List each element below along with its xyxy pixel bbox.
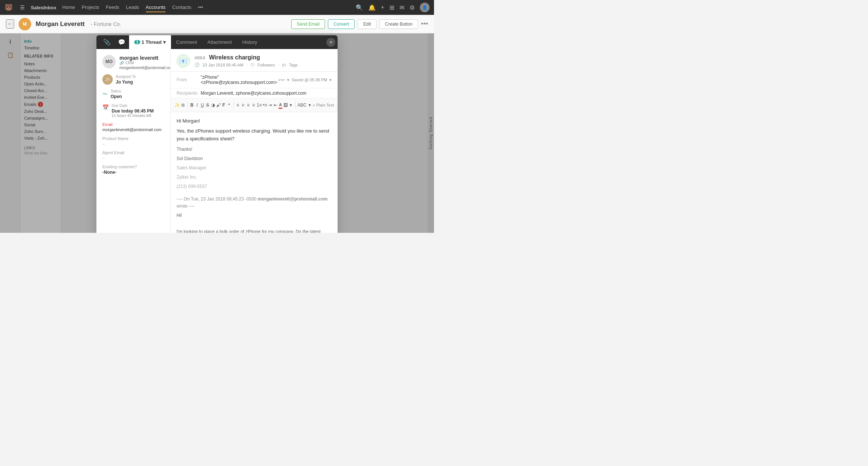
email-header-actions: ↩↩ ▾ Saved @ 05:38 PM ▾ xyxy=(278,78,332,82)
body-line-1: Hi Morgan! xyxy=(177,117,332,125)
settings-icon[interactable]: ⚙ xyxy=(410,4,415,11)
product-name-section: Product Name – xyxy=(102,136,164,146)
send-email-button[interactable]: Send Email xyxy=(291,19,325,29)
ticket-date: 23 Jan 2018 06:45 AM xyxy=(203,63,243,67)
nav-leads[interactable]: Leads xyxy=(126,3,139,12)
ticket-meta: 🕐 23 Jan 2018 06:45 AM · 🛡 Followers · 🏷… xyxy=(194,62,332,67)
toolbar-italic[interactable]: I xyxy=(195,101,199,110)
convert-button[interactable]: Convert xyxy=(328,19,355,29)
saved-dropdown[interactable]: ▾ xyxy=(329,78,332,82)
toolbar-copy[interactable]: ⧉ xyxy=(181,101,185,110)
brand-name: SalesInbox xyxy=(31,5,56,10)
user-avatar[interactable]: 👤 xyxy=(420,3,430,12)
toolbar-indent[interactable]: ⇥ xyxy=(268,101,272,110)
toolbar-align-right[interactable]: ≡ xyxy=(246,101,250,110)
sig-line-5: (213) 699-5537 xyxy=(177,183,332,190)
toolbar-magic[interactable]: ✨ xyxy=(174,101,180,110)
ticket-info: #864 Wireless charging 🕐 23 Jan 2018 06:… xyxy=(194,54,332,67)
search-icon[interactable]: 🔍 xyxy=(356,4,363,11)
email-field-value: morganleverett@protonmail.com xyxy=(102,127,164,132)
tab-history[interactable]: History xyxy=(237,35,262,49)
from-label: From xyxy=(177,77,201,82)
edit-button[interactable]: Edit xyxy=(358,19,377,29)
existing-customer-label: Existing customer? xyxy=(102,164,164,169)
modal-overlay: 📎 💬 1 1 Thread ▾ Comment Attachment Hist… xyxy=(0,33,434,233)
toolbar-align-center[interactable]: ≡ xyxy=(241,101,245,110)
toolbar-strikethrough[interactable]: S xyxy=(206,101,210,110)
toolbar-justify[interactable]: ≡ xyxy=(251,101,256,110)
email-panel: 📧 #864 Wireless charging 🕐 23 Jan 2018 0… xyxy=(171,49,338,233)
nav-contacts[interactable]: Contacts xyxy=(172,3,191,12)
more-actions-button[interactable]: ••• xyxy=(421,20,428,28)
email-recipients-row: Recipients Morgan Leverett, zphone@zylca… xyxy=(171,88,338,98)
nav-feeds[interactable]: Feeds xyxy=(106,3,119,12)
toolbar-ul[interactable]: •≡ xyxy=(263,101,267,110)
toolbar-abc[interactable]: ABC xyxy=(297,101,306,110)
crm-icon: 🔗 xyxy=(119,61,124,65)
mail-icon[interactable]: ✉ xyxy=(400,4,404,11)
arrow-icon[interactable]: ▾ xyxy=(287,78,289,82)
grid-icon[interactable]: ⊞ xyxy=(389,4,394,11)
email-quote: ---- On Tue, 23 Jan 2018 06:45:23 -0500 … xyxy=(177,196,332,233)
email-toolbar: ✨ ⧉ B I U S ◑ 🖌 F ⁴ ≡ ≡ ≡ xyxy=(171,98,338,112)
tab-attachment[interactable]: Attachment xyxy=(202,35,237,49)
toolbar-bold[interactable]: B xyxy=(190,101,194,110)
sig-line-4: Zylker Inc. xyxy=(177,174,332,181)
tab-comment[interactable]: Comment xyxy=(171,35,202,49)
thread-badge: 1 xyxy=(134,40,140,44)
assigned-info: Assigned To Jo Yung xyxy=(116,75,136,85)
reply-icon[interactable]: ↩↩ xyxy=(278,78,285,82)
sub-navigation: ← M Morgan Leverett - Fortune Co. Send E… xyxy=(0,15,434,33)
dot-separator2: · xyxy=(278,63,279,67)
contact-name: morgan leverett xyxy=(119,55,171,61)
nav-projects[interactable]: Projects xyxy=(82,3,99,12)
tab-thread[interactable]: 1 1 Thread ▾ xyxy=(129,35,171,49)
recipients-value: Morgan Leverett, zphone@zylcares.zohosup… xyxy=(201,91,306,96)
product-name-label: Product Name xyxy=(102,136,164,141)
toolbar-underline[interactable]: U xyxy=(200,101,204,110)
contact-company: - Fortune Co. xyxy=(91,21,121,27)
email-field-label: Email xyxy=(102,122,164,127)
hamburger-icon[interactable]: ☰ xyxy=(20,4,25,10)
status-row: 〜 Status Open xyxy=(102,89,164,99)
sig-line-1: Thanks! xyxy=(177,146,332,153)
toolbar-ol[interactable]: 1≡ xyxy=(257,101,262,110)
modal-close-button[interactable]: × xyxy=(326,38,335,47)
toolbar-spellcheck-dropdown[interactable]: ▾ xyxy=(308,101,312,110)
toolbar-more-options[interactable]: ▾ xyxy=(289,101,293,110)
nav-home[interactable]: Home xyxy=(62,3,75,12)
nav-more[interactable]: ••• xyxy=(198,3,203,12)
toolbar-outdent[interactable]: ⇤ xyxy=(273,101,277,110)
email-header: 📧 #864 Wireless charging 🕐 23 Jan 2018 0… xyxy=(171,49,338,72)
body-line-2: Yes, the zPhones support wireless chargi… xyxy=(177,127,332,143)
dot-separator: · xyxy=(246,63,247,67)
toolbar-font[interactable]: F xyxy=(222,101,226,110)
toolbar-font2[interactable]: ⁴ xyxy=(227,101,231,110)
nav-accounts[interactable]: Accounts xyxy=(146,3,165,12)
contact-panel: MO morgan leverett 🔗 CRM morganleverett@… xyxy=(96,49,171,233)
shield-icon: 🛡 xyxy=(250,63,254,67)
followers-label: Followers xyxy=(257,63,275,67)
toolbar-highlight[interactable]: ◑ xyxy=(211,101,215,110)
status-info: Status Open xyxy=(111,89,122,99)
create-button[interactable]: Create Button xyxy=(379,19,418,29)
toolbar-align-left[interactable]: ≡ xyxy=(236,101,240,110)
bell-icon[interactable]: 🔔 xyxy=(368,4,376,11)
add-icon[interactable]: + xyxy=(381,4,384,11)
ticket-avatar: 📧 xyxy=(177,54,190,68)
contact-crm-badge: 🔗 CRM xyxy=(119,61,171,65)
toolbar-text-color[interactable]: A xyxy=(279,101,282,109)
quote-header: ---- On Tue, 23 Jan 2018 06:45:23 -0500 … xyxy=(177,196,332,210)
status-value: Open xyxy=(111,94,122,99)
due-sub: 11 hours 42 minutes left xyxy=(112,114,154,118)
tag-icon: 🏷 xyxy=(282,63,286,67)
plain-text-toggle[interactable]: « Plain Text xyxy=(313,103,334,107)
quote-line-2: I'm looking to place a bulk order of zPh… xyxy=(177,228,332,233)
comment-tab-icon[interactable]: 💬 xyxy=(114,39,129,46)
email-body[interactable]: Hi Morgan! Yes, the zPhones support wire… xyxy=(171,112,338,233)
attachment-tab-icon[interactable]: 📎 xyxy=(99,39,114,46)
back-button[interactable]: ← xyxy=(6,19,14,29)
modal-tab-bar: 📎 💬 1 1 Thread ▾ Comment Attachment Hist… xyxy=(96,35,338,49)
toolbar-image[interactable]: 🖼 xyxy=(283,101,288,110)
toolbar-paint[interactable]: 🖌 xyxy=(216,101,221,110)
